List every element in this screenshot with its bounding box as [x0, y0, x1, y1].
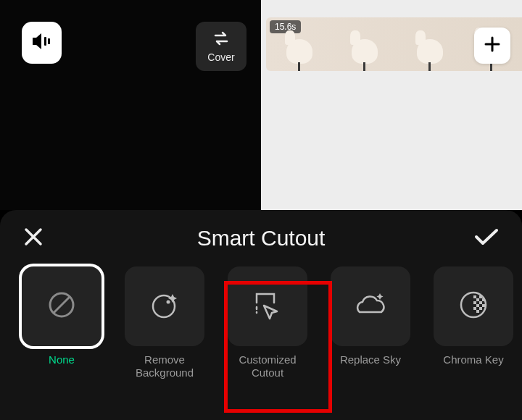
svg-rect-1 [48, 38, 50, 44]
replace-sky-icon [352, 290, 389, 322]
cover-button[interactable]: Cover [196, 22, 246, 71]
timeline-pane: 15.6s [263, 0, 522, 210]
smart-cutout-panel: Smart Cutout None [0, 210, 522, 420]
svg-rect-13 [476, 304, 479, 307]
option-chroma-key[interactable]: Chroma Key [434, 266, 513, 366]
panel-header: Smart Cutout [0, 210, 522, 266]
svg-rect-0 [44, 37, 46, 46]
swap-icon [212, 30, 231, 49]
option-customized-cutout[interactable]: Customized Cutout [228, 266, 307, 379]
svg-rect-7 [473, 295, 476, 298]
chroma-key-icon [457, 289, 489, 324]
none-icon [46, 289, 78, 324]
svg-rect-11 [473, 301, 476, 304]
option-replace-sky[interactable]: Replace Sky [331, 266, 410, 366]
volume-icon [31, 32, 53, 54]
close-button[interactable] [17, 221, 49, 256]
check-icon [474, 236, 499, 248]
option-tile [125, 266, 204, 346]
svg-rect-17 [476, 310, 479, 313]
cutout-options: None Remove Background [0, 266, 522, 379]
option-label: Chroma Key [443, 353, 503, 366]
svg-rect-12 [479, 301, 482, 304]
svg-rect-16 [479, 307, 482, 310]
panel-title: Smart Cutout [0, 226, 522, 251]
add-clip-button[interactable] [474, 28, 510, 64]
option-remove-background[interactable]: Remove Background [125, 266, 204, 379]
option-tile [228, 266, 307, 346]
svg-rect-14 [482, 304, 485, 307]
clip-thumbnail [346, 29, 384, 71]
cover-label: Cover [207, 51, 234, 63]
option-label: Remove Background [136, 353, 194, 379]
svg-line-3 [54, 297, 70, 313]
remove-background-icon [148, 288, 181, 324]
clip-thumbnail [281, 29, 318, 71]
svg-rect-8 [479, 295, 482, 298]
svg-rect-15 [473, 307, 476, 310]
svg-rect-10 [482, 298, 484, 301]
clip-thumbnail [411, 29, 449, 71]
option-tile [22, 266, 102, 346]
option-tile [434, 266, 513, 346]
option-label: None [49, 353, 75, 366]
option-tile [331, 266, 410, 346]
preview-area: Cover 15.6s [0, 0, 522, 210]
option-none[interactable]: None [22, 266, 102, 366]
preview-left-pane: Cover [0, 0, 261, 210]
svg-rect-9 [476, 298, 479, 301]
option-label: Customized Cutout [239, 353, 296, 379]
plus-icon [484, 33, 501, 58]
svg-point-5 [167, 301, 170, 304]
volume-button[interactable] [22, 22, 62, 64]
customized-cutout-icon [251, 288, 284, 324]
close-icon [23, 237, 44, 249]
option-label: Replace Sky [340, 353, 401, 366]
confirm-button[interactable] [468, 222, 505, 255]
